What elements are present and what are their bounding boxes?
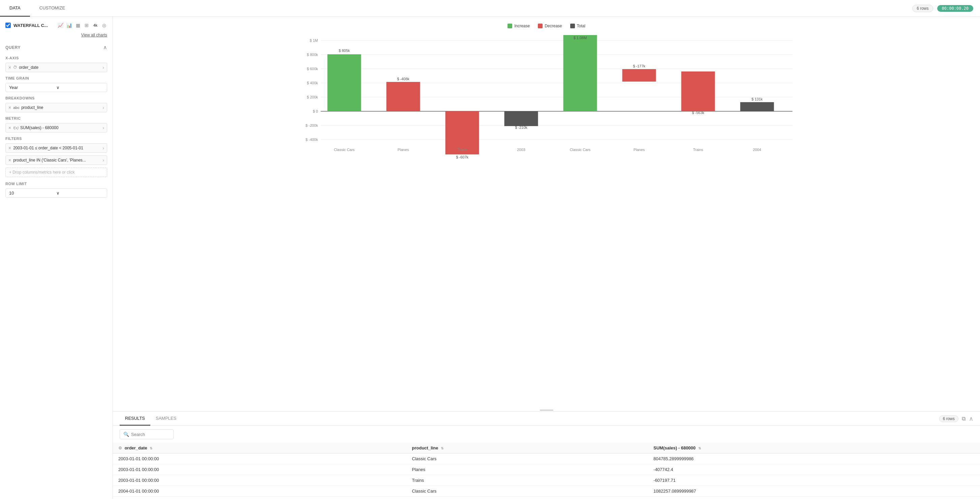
top-bar: DATA CUSTOMIZE 6 rows 00:00:00.20 [0,0,980,17]
search-icon: 🔍 [123,432,129,437]
col-product-line-sort[interactable]: ⇅ [441,446,444,450]
metric-field[interactable]: × f(x) SUM(sales) - 680000 › [5,123,107,132]
filter-1-remove[interactable]: × [8,145,11,151]
x-axis-field[interactable]: × ⏱ order_date › [5,63,107,72]
bar-planes-2004 [622,69,656,81]
row-limit-label: ROW LIMIT [0,179,113,187]
col-order-date: ⚙ order_date ⇅ [113,443,406,453]
table-row: 2003-01-01 00:00:00 Planes -407742.4 [113,464,980,475]
chart-legend: Increase Decrease Total [123,24,970,28]
breakdown-icon: abc [13,105,19,110]
area-chart-icon[interactable]: ▦ [75,22,81,28]
bar-2003-total [504,111,538,126]
chart-area: Increase Decrease Total [113,17,980,409]
bar-2004-total [740,102,774,111]
bar-trains-2004 [681,72,715,111]
table-row: 2003-01-01 00:00:00 Trains -607197.71 [113,475,980,486]
bar-chart-icon[interactable]: 📊 [66,22,72,28]
rows-badge: 6 rows [912,5,933,12]
svg-text:$ 0: $ 0 [313,109,318,113]
view-all-link[interactable]: View all charts [81,33,107,37]
results-tabs: RESULTS SAMPLES [119,412,181,426]
legend-decrease-dot [538,24,542,28]
svg-text:Classic Cars: Classic Cars [570,148,591,152]
metric-remove[interactable]: × [8,125,11,131]
svg-text:$ -607k: $ -607k [456,155,468,159]
tab-results[interactable]: RESULTS [119,412,150,426]
svg-text:$ 1.08M: $ 1.08M [574,36,587,40]
copy-icon[interactable]: ⧉ [962,416,966,422]
x-axis-remove[interactable]: × [8,65,11,70]
x-axis-icon: ⏱ [13,65,17,70]
tab-customize-label: CUSTOMIZE [40,5,65,10]
svg-text:2003: 2003 [517,148,525,152]
breakdown-value: product_line [21,105,102,110]
table-icon[interactable]: ⊞ [84,22,90,28]
legend-increase-dot [508,24,512,28]
svg-text:$ -563k: $ -563k [692,111,704,115]
collapse-results-btn[interactable]: ∧ [969,415,973,422]
svg-text:$ 800k: $ 800k [307,53,318,57]
sidebar: WATERFALL C... 📈 📊 ▦ ⊞ 4k ◎ View all cha… [0,17,113,499]
query-label: Query [5,45,21,50]
legend-total-dot [570,24,575,28]
legend-increase-label: Increase [514,24,530,28]
drop-zone[interactable]: + Drop columns/metrics here or click [5,167,107,177]
breakdown-remove[interactable]: × [8,105,11,110]
query-chevron[interactable]: ∧ [103,44,107,51]
filter-1-text: 2003-01-01 ≤ order_date < 2005-01-01 [13,146,102,150]
filter-1-arrow[interactable]: › [102,145,104,151]
gauge-icon[interactable]: ◎ [101,22,107,28]
svg-text:Trains: Trains [457,148,468,152]
tab-data-label: DATA [10,5,21,10]
results-header: RESULTS SAMPLES 6 rows ⧉ ∧ [113,412,980,426]
search-input[interactable] [131,432,170,437]
filter-2-text: product_line IN ('Classic Cars', 'Planes… [13,158,102,163]
time-grain-select[interactable]: Year ∨ [5,83,107,92]
svg-text:2004: 2004 [753,148,761,152]
col-sum-sales-sort[interactable]: ⇅ [698,446,701,450]
cell-sum-sales: -407742.4 [648,464,980,475]
metric-arrow[interactable]: › [102,125,104,131]
breakdown-arrow[interactable]: › [102,105,104,110]
timer-badge: 00:00:00.20 [937,5,973,12]
filter-2-arrow[interactable]: › [102,158,104,163]
cell-sum-sales: -607197.71 [648,475,980,486]
x-axis-arrow[interactable]: › [102,65,104,70]
top-bar-right: 6 rows 00:00:00.20 [912,5,980,12]
cell-order-date: 2003-01-01 00:00:00 [113,453,406,464]
col-order-date-sort[interactable]: ⇅ [150,446,152,450]
4k-icon[interactable]: 4k [92,22,99,28]
cell-product-line: Classic Cars [406,486,648,497]
legend-total-label: Total [577,24,585,28]
content-area: Increase Decrease Total [113,17,980,499]
x-axis-value: order_date [19,65,102,70]
row-limit-select[interactable]: 10 ∨ [5,188,107,198]
filter-2-remove[interactable]: × [8,158,11,163]
svg-text:$ -400k: $ -400k [305,137,318,142]
cell-order-date: 2003-01-01 00:00:00 [113,475,406,486]
chart-title: WATERFALL C... [13,23,55,28]
svg-text:Planes: Planes [398,148,409,152]
tab-data[interactable]: DATA [0,0,30,16]
cell-product-line: Planes [406,464,648,475]
line-chart-icon[interactable]: 📈 [57,22,64,28]
breakdown-field[interactable]: × abc product_line › [5,103,107,112]
resize-handle[interactable] [113,409,980,411]
tab-samples[interactable]: SAMPLES [150,412,181,426]
results-right: 6 rows ⧉ ∧ [939,415,973,422]
filter-1[interactable]: × 2003-01-01 ≤ order_date < 2005-01-01 › [5,143,107,153]
cell-order-date: 2003-01-01 00:00:00 [113,464,406,475]
legend-decrease-label: Decrease [545,24,562,28]
results-table-wrap: ⚙ order_date ⇅ product_line ⇅ SUM(sales)… [113,443,980,499]
chart-checkbox[interactable] [5,22,11,28]
cell-sum-sales: 804785.2899999986 [648,453,980,464]
bar-classic-cars-2004 [563,35,597,111]
svg-text:$ -210k: $ -210k [515,126,527,129]
cell-product-line: Classic Cars [406,453,648,464]
filter-2[interactable]: × product_line IN ('Classic Cars', 'Plan… [5,155,107,165]
svg-text:$ -200k: $ -200k [305,123,318,128]
row-limit-value: 10 [9,190,56,196]
svg-text:$ 805k: $ 805k [339,49,350,53]
tab-customize[interactable]: CUSTOMIZE [30,0,75,16]
